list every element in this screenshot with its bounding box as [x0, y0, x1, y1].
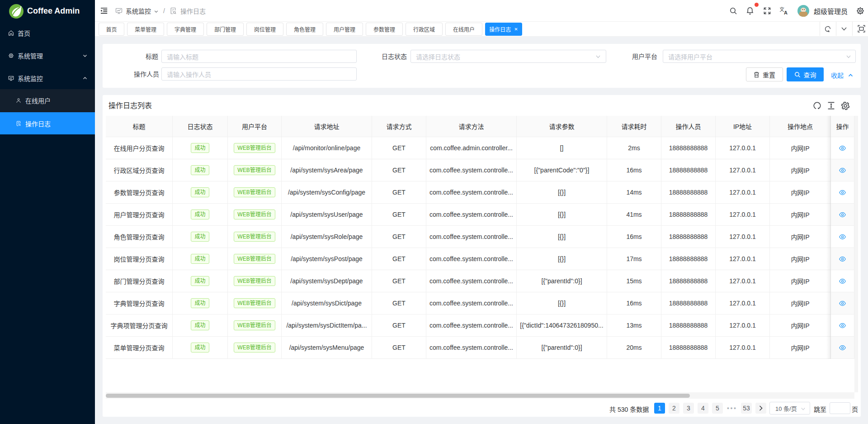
svg-text:A: A: [784, 10, 788, 15]
